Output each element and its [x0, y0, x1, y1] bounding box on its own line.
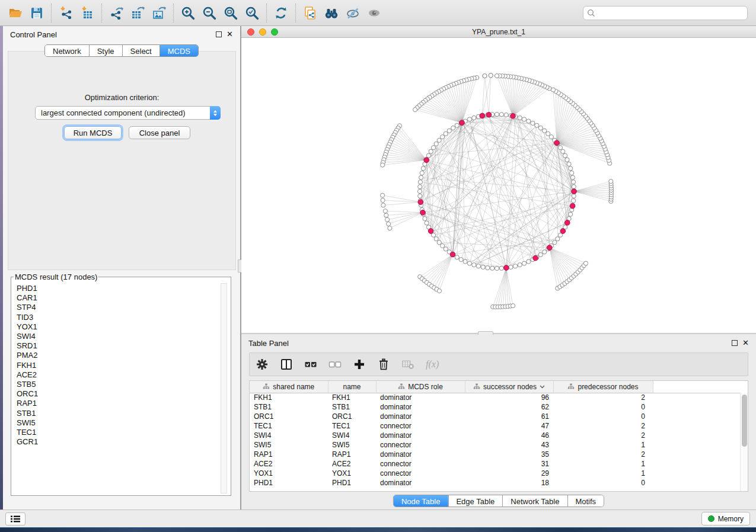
float-panel-icon[interactable]: [216, 31, 222, 37]
table-cell[interactable]: ACE2: [250, 459, 328, 469]
table-tab-node-table[interactable]: Node Table: [394, 495, 448, 507]
mcds-node-item[interactable]: STB1: [17, 409, 231, 418]
mcds-node-item[interactable]: ORC1: [17, 389, 231, 399]
network-node[interactable]: [556, 237, 560, 241]
table-row[interactable]: STB1STB1dominator620: [250, 402, 742, 412]
table-cell[interactable]: 2: [553, 450, 653, 459]
mcds-node-item[interactable]: TEC1: [17, 428, 231, 437]
table-cell[interactable]: 0: [553, 412, 653, 421]
network-node[interactable]: [509, 265, 513, 269]
mcds-node-item[interactable]: TID3: [17, 313, 231, 322]
table-cell[interactable]: 1: [553, 469, 653, 478]
table-cell[interactable]: 2: [553, 393, 653, 402]
network-node[interactable]: [437, 138, 441, 142]
network-node[interactable]: [441, 135, 445, 139]
network-node[interactable]: [429, 149, 433, 153]
show-columns-button[interactable]: [279, 357, 294, 372]
mcds-node-item[interactable]: SWI5: [17, 418, 231, 428]
network-node[interactable]: [421, 166, 425, 171]
table-cell[interactable]: 35: [465, 450, 553, 459]
table-cell[interactable]: connector: [376, 469, 465, 478]
table-cell[interactable]: connector: [376, 421, 465, 431]
show-eye-button[interactable]: [363, 2, 385, 24]
close-window-icon[interactable]: [247, 28, 254, 36]
maximize-window-icon[interactable]: [271, 28, 278, 36]
table-row[interactable]: RAP1RAP1dominator352: [250, 450, 742, 459]
mcds-hub-node[interactable]: [460, 120, 465, 126]
table-cell[interactable]: dominator: [376, 402, 465, 412]
network-node[interactable]: [567, 162, 571, 166]
network-node[interactable]: [543, 250, 547, 254]
mcds-hub-node[interactable]: [424, 158, 429, 163]
table-cell[interactable]: 0: [553, 478, 653, 488]
network-node[interactable]: [467, 261, 471, 265]
export-network-button[interactable]: [106, 2, 127, 24]
mcds-node-item[interactable]: GCR1: [17, 437, 231, 447]
mcds-node-item[interactable]: SRD1: [17, 341, 231, 351]
mcds-node-item[interactable]: PHD1: [17, 284, 231, 293]
table-cell[interactable]: 18: [465, 478, 553, 488]
table-cell[interactable]: TEC1: [328, 421, 376, 431]
mcds-node-item[interactable]: STP4: [17, 303, 231, 312]
network-node[interactable]: [413, 108, 417, 112]
table-cell[interactable]: 0: [553, 402, 653, 412]
mcds-hub-node[interactable]: [420, 210, 426, 216]
network-graph[interactable]: [241, 38, 756, 333]
network-node[interactable]: [418, 180, 422, 184]
zoom-out-button[interactable]: [199, 2, 220, 24]
network-node[interactable]: [561, 149, 565, 153]
network-node[interactable]: [572, 185, 576, 189]
network-node[interactable]: [472, 116, 476, 120]
table-cell[interactable]: SWI4: [250, 431, 328, 440]
network-node[interactable]: [570, 171, 574, 175]
network-node[interactable]: [518, 116, 522, 120]
network-node[interactable]: [418, 194, 422, 198]
network-node[interactable]: [535, 123, 539, 127]
network-node[interactable]: [518, 263, 522, 267]
network-node[interactable]: [417, 189, 422, 193]
network-node[interactable]: [483, 74, 487, 78]
zoom-in-button[interactable]: [177, 2, 199, 24]
table-row[interactable]: TEC1TEC1connector472: [250, 421, 742, 431]
network-node[interactable]: [527, 119, 531, 123]
table-cell[interactable]: 61: [465, 412, 553, 421]
clone-network-button[interactable]: [299, 2, 321, 24]
table-cell[interactable]: FKH1: [250, 393, 328, 402]
save-session-button[interactable]: [26, 2, 47, 24]
export-image-button[interactable]: [148, 2, 170, 24]
refresh-view-button[interactable]: [270, 2, 292, 24]
close-panel-icon[interactable]: ✕: [742, 340, 749, 346]
table-cell[interactable]: 2: [553, 421, 653, 431]
table-cell[interactable]: YOX1: [328, 469, 376, 478]
table-cell[interactable]: 1: [553, 459, 653, 469]
result-list-scrollbar[interactable]: [221, 283, 227, 493]
network-node[interactable]: [538, 126, 543, 130]
export-table-button[interactable]: [127, 2, 148, 24]
network-node[interactable]: [383, 209, 387, 213]
table-cell[interactable]: STB1: [328, 402, 376, 412]
mcds-hub-node[interactable]: [547, 245, 552, 251]
network-node[interactable]: [419, 175, 423, 180]
network-node[interactable]: [441, 243, 445, 248]
table-cell[interactable]: ORC1: [328, 412, 376, 421]
table-cell[interactable]: dominator: [376, 478, 465, 488]
criterion-dropdown[interactable]: largest connected component (undirected): [35, 106, 221, 120]
network-node[interactable]: [583, 261, 588, 265]
network-node[interactable]: [426, 153, 430, 158]
tab-style[interactable]: Style: [89, 45, 122, 56]
mcds-hub-node[interactable]: [480, 113, 485, 118]
network-node[interactable]: [459, 258, 463, 262]
network-node[interactable]: [609, 180, 613, 184]
network-node[interactable]: [444, 132, 448, 136]
tab-select[interactable]: Select: [122, 45, 160, 56]
import-table-button[interactable]: [76, 2, 98, 24]
table-cell[interactable]: dominator: [376, 412, 465, 421]
network-node[interactable]: [387, 222, 391, 226]
table-cell[interactable]: ACE2: [328, 459, 376, 469]
network-node[interactable]: [423, 217, 427, 221]
network-node[interactable]: [551, 88, 555, 92]
open-file-button[interactable]: [5, 2, 26, 24]
scrollbar-thumb[interactable]: [742, 395, 747, 447]
table-cell[interactable]: connector: [376, 459, 465, 469]
column-header-MCDS-role[interactable]: MCDS role: [376, 381, 465, 393]
